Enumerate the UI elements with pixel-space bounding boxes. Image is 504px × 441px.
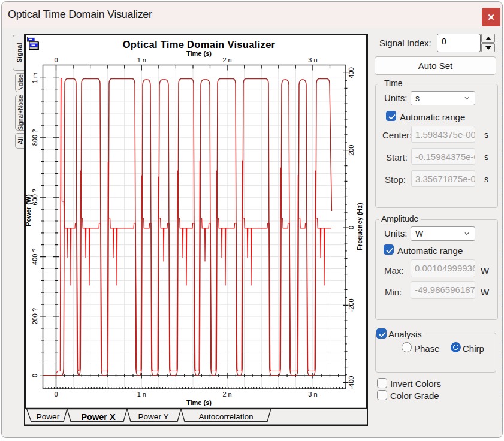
svg-text:Optical Time Domain Visualizer: Optical Time Domain Visualizer [123, 39, 276, 50]
svg-text:0: 0 [54, 56, 58, 64]
svg-text:Power: Power [37, 412, 60, 421]
svg-text:Autocorrelation: Autocorrelation [199, 412, 253, 421]
svg-text:-400: -400 [348, 376, 355, 389]
svg-text:Time (s): Time (s) [186, 399, 212, 406]
svg-text:1 n: 1 n [137, 56, 146, 64]
svg-text:0: 0 [31, 374, 38, 377]
svg-text:-200: -200 [348, 298, 355, 312]
svg-text:200: 200 [348, 145, 355, 156]
svg-text:Power X: Power X [81, 412, 116, 422]
svg-text:200 ?: 200 ? [31, 308, 38, 325]
svg-text:1 m: 1 m [31, 73, 38, 83]
svg-text:600 ?: 600 ? [31, 189, 38, 206]
svg-text:Power (W): Power (W) [25, 194, 32, 226]
svg-text:400 ?: 400 ? [31, 248, 38, 265]
svg-text:1 n: 1 n [137, 391, 146, 398]
svg-text:Power Y: Power Y [138, 412, 169, 421]
svg-text:3 n: 3 n [308, 56, 317, 64]
svg-text:0: 0 [348, 226, 355, 229]
svg-text:0: 0 [54, 391, 58, 398]
svg-text:800 ?: 800 ? [31, 129, 38, 146]
svg-text:2 n: 2 n [222, 56, 231, 64]
svg-text:3 n: 3 n [308, 391, 317, 398]
svg-text:2 n: 2 n [222, 391, 231, 398]
svg-text:400: 400 [348, 67, 355, 78]
svg-text:Time (s): Time (s) [186, 50, 212, 57]
svg-text:Frequency (Hz): Frequency (Hz) [356, 203, 363, 250]
